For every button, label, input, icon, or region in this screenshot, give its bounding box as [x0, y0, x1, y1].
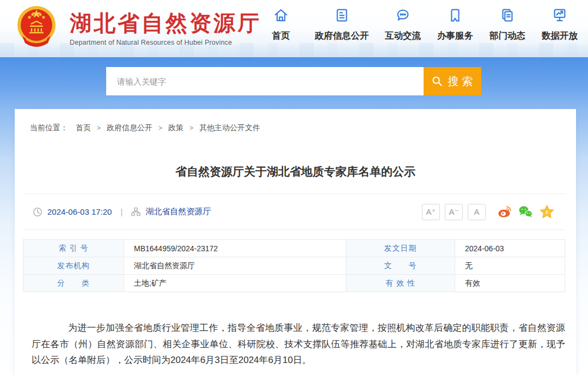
meta-label-issue-date: 发文日期 — [346, 240, 455, 257]
wechat-icon[interactable] — [518, 204, 533, 219]
nav-item-label: 数据开放 — [542, 30, 578, 42]
breadcrumb-separator: > — [189, 124, 193, 132]
nav-item-open-data[interactable]: 数据开放 — [534, 7, 586, 42]
nav-item-label: 首页 — [272, 30, 290, 42]
meta-value-publisher: 湖北省自然资源厅 — [124, 257, 346, 275]
meta-label-category: 分 类 — [23, 275, 124, 292]
search-bar: 搜索 — [106, 67, 481, 95]
nav-item-label: 办事服务 — [437, 30, 473, 42]
breadcrumb-home[interactable]: 首页 — [76, 123, 91, 133]
home-icon — [273, 7, 289, 23]
font-decrease-button[interactable]: A⁻ — [445, 204, 463, 220]
breadcrumb-separator: > — [158, 124, 162, 132]
clock-icon — [33, 207, 42, 217]
font-increase-button[interactable]: A⁺ — [422, 204, 440, 220]
meta-separator: | — [120, 207, 122, 216]
article-source: 湖北省自然资源厅 — [145, 207, 211, 217]
page-title: 省自然资源厅关于湖北省地质专家库名单的公示 — [15, 164, 576, 179]
meta-label-doc-number: 文 号 — [346, 257, 455, 275]
article-meta-left: 2024-06-03 17:20 | 湖北省自然资源厅 — [33, 207, 211, 217]
meta-label-index-number: 索 引 号 — [23, 240, 124, 257]
breadcrumb-gov-info[interactable]: 政府信息公开 — [107, 123, 152, 133]
source-org-icon — [131, 207, 140, 216]
nav-item-services[interactable]: 办事服务 — [429, 7, 481, 42]
page-background: 搜索 当前位置： 首页 > 政府信息公开 > 政策 > 其他主动公开文件 省自然… — [0, 57, 588, 375]
nav-item-home[interactable]: 首页 — [255, 7, 307, 42]
breadcrumb-prefix: 当前位置： — [30, 123, 68, 133]
weibo-icon[interactable] — [497, 204, 512, 219]
meta-value-issue-date: 2024-06-03 — [455, 240, 565, 257]
breadcrumb-separator: > — [97, 124, 101, 132]
document-meta-table: 索 引 号 MB1644959/2024-23172 发文日期 2024-06-… — [23, 239, 565, 292]
qzone-letter: z — [546, 209, 548, 215]
nav-item-interaction[interactable]: 互动交流 — [377, 7, 429, 42]
main-nav: 首页 政府信息公开 互动交流 办事服务 — [255, 7, 586, 42]
chat-bubble-icon — [395, 7, 411, 23]
publish-time: 2024-06-03 17:20 — [47, 207, 112, 216]
search-input[interactable] — [106, 67, 424, 95]
table-row: 分 类 土地;矿产 有 效 性 有效 — [23, 275, 565, 292]
search-button-label: 搜索 — [448, 74, 476, 89]
meta-label-validity: 有 效 性 — [346, 275, 455, 292]
brand-link[interactable]: 湖北省自然资源厅 Department of Natural Resources… — [15, 3, 261, 53]
content-card: 当前位置： 首页 > 政府信息公开 > 政策 > 其他主动公开文件 省自然资源厅… — [15, 109, 576, 375]
site-header: 湖北省自然资源厅 Department of Natural Resources… — [0, 0, 588, 57]
nav-item-label: 政府信息公开 — [315, 30, 369, 42]
breadcrumb-policy[interactable]: 政策 — [168, 123, 183, 133]
search-icon — [431, 75, 443, 87]
nav-item-gov-info[interactable]: 政府信息公开 — [307, 7, 377, 42]
search-button[interactable]: 搜索 — [424, 67, 481, 95]
meta-value-doc-number: 无 — [455, 257, 565, 275]
meta-value-validity: 有效 — [455, 275, 565, 292]
article-meta-row: 2024-06-03 17:20 | 湖北省自然资源厅 A⁺ A⁻ A — [15, 194, 576, 229]
breadcrumb-other-docs[interactable]: 其他主动公开文件 — [199, 123, 260, 133]
nav-item-label: 部门动态 — [489, 30, 525, 42]
article-body: 为进一步加强全省地质行业管理工作，指导全省地质事业，规范专家管理，按照机构改革后… — [32, 320, 565, 368]
article-meta-right: A⁺ A⁻ A — [422, 204, 554, 220]
pages-icon — [499, 7, 516, 23]
divider — [23, 229, 565, 230]
site-title: 湖北省自然资源厅 — [70, 10, 261, 35]
table-row: 发布机构 湖北省自然资源厅 文 号 无 — [23, 257, 565, 275]
breadcrumb: 当前位置： 首页 > 政府信息公开 > 政策 > 其他主动公开文件 — [15, 109, 576, 133]
font-reset-button[interactable]: A — [468, 204, 486, 220]
national-emblem-icon — [15, 3, 58, 53]
data-screen-icon — [552, 7, 568, 23]
qzone-icon[interactable]: z — [540, 204, 554, 219]
table-row: 索 引 号 MB1644959/2024-23172 发文日期 2024-06-… — [23, 240, 565, 257]
brand-text: 湖北省自然资源厅 Department of Natural Resources… — [70, 10, 261, 46]
meta-value-index-number: MB1644959/2024-23172 — [124, 240, 346, 257]
document-icon — [334, 7, 350, 23]
bookmark-icon — [447, 7, 463, 23]
meta-value-category: 土地;矿产 — [124, 275, 346, 292]
site-title-english: Department of Natural Resources of Hubei… — [70, 39, 261, 46]
nav-item-label: 互动交流 — [385, 30, 421, 42]
meta-label-publisher: 发布机构 — [23, 257, 124, 275]
nav-item-department-news[interactable]: 部门动态 — [481, 7, 534, 42]
